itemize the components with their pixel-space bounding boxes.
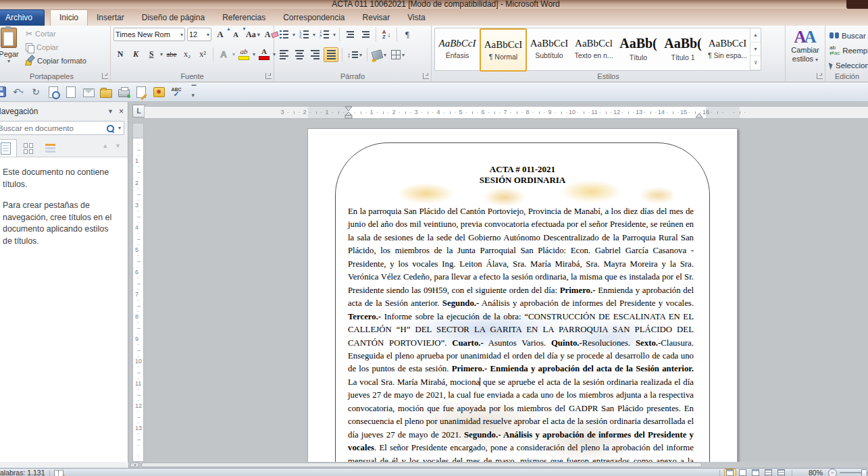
font-size-select[interactable]: 12▾ <box>187 28 211 41</box>
nav-close-icon[interactable]: × <box>119 107 124 116</box>
align-left-button[interactable] <box>277 48 290 61</box>
style-sin-espa[interactable]: AaBbCcI¶ Sin espa... <box>705 28 750 69</box>
style-énfasis[interactable]: AaBbCcIÉnfasis <box>435 28 480 69</box>
undo-button[interactable]: ↶▾ <box>12 86 24 98</box>
ribbon-tab-archivo[interactable]: Archivo <box>0 9 45 26</box>
search-options-icon[interactable]: ▾ <box>118 125 121 131</box>
font-color-button[interactable]: A <box>257 47 271 61</box>
font-dialog-launcher[interactable] <box>265 73 272 79</box>
style-texto-en-n[interactable]: AaBbCclTexto en n... <box>571 28 616 69</box>
copy-button[interactable]: Copiar <box>26 42 86 53</box>
draft-view-button[interactable] <box>775 469 788 476</box>
zoom-out-button[interactable]: − <box>828 469 837 476</box>
justify-button[interactable] <box>324 47 338 62</box>
italic-button[interactable]: K <box>129 47 143 61</box>
strikethrough-button[interactable]: abe <box>165 47 178 61</box>
find-button[interactable]: Buscar▾ <box>829 30 868 42</box>
gallery-more-icon[interactable]: ⊽ <box>750 56 761 70</box>
nav-tab-results[interactable] <box>39 139 61 158</box>
zoom-level[interactable]: 80% <box>809 469 823 476</box>
style-subtítulo[interactable]: AaBbCcISubtítulo <box>527 28 571 69</box>
superscript-button[interactable]: x² <box>196 47 209 61</box>
numbering-button[interactable]: 123 <box>297 28 311 41</box>
print-preview-button[interactable] <box>47 86 59 98</box>
web-layout-view-button[interactable] <box>750 469 762 476</box>
show-formatting-button[interactable]: ¶ <box>401 28 414 41</box>
indent-marker[interactable] <box>344 106 353 119</box>
change-styles-button[interactable]: AA Cambiar estilos ▾ <box>786 28 825 64</box>
horizontal-scrollbar[interactable]: ◂ <box>129 462 868 468</box>
change-case-button[interactable]: Aa▾ <box>245 28 261 41</box>
style-normal[interactable]: AaBbCcI¶ Normal <box>480 28 527 72</box>
email-button[interactable] <box>82 86 95 98</box>
fullscreen-view-button[interactable] <box>737 469 749 476</box>
multilevel-list-button[interactable]: 1ai <box>317 28 331 41</box>
font-family-select[interactable]: Times New Rom▾ <box>113 28 185 41</box>
sort-button[interactable]: AZ↓ <box>380 28 393 41</box>
proofing-status-icon[interactable] <box>54 470 63 476</box>
subscript-button[interactable]: x₂ <box>180 47 194 61</box>
line-spacing-button[interactable]: ↕▾ <box>346 48 363 61</box>
nav-tab-pages[interactable] <box>17 139 39 158</box>
align-right-button[interactable] <box>308 48 322 61</box>
window-controls[interactable] <box>846 0 868 9</box>
paragraph-dialog-launcher[interactable] <box>423 73 429 79</box>
spelling-button[interactable]: ABC✓ <box>170 86 182 98</box>
v-ruler[interactable]: 12345678910111213·–··–··–··–··–··–··–··–… <box>132 123 144 462</box>
replace-button[interactable]: ab⇄acReemplazar <box>829 45 868 57</box>
styles-dialog-launcher[interactable] <box>817 73 823 79</box>
save-button[interactable] <box>0 86 7 98</box>
increase-indent-button[interactable] <box>359 28 372 41</box>
text-effects-button[interactable]: A <box>217 47 230 61</box>
horizontal-scroll-thumb[interactable] <box>141 462 702 467</box>
scroll-left-icon[interactable]: ◂ <box>130 462 139 467</box>
ribbon-tab-insertar[interactable]: Insertar <box>88 10 133 26</box>
h-ruler[interactable]: 32112345678910111213141516··············… <box>144 106 868 119</box>
paste-button[interactable]: Pegar ▾ <box>0 28 23 71</box>
style-título[interactable]: AaBb(Título <box>616 28 661 69</box>
ribbon-tab-referencias[interactable]: Referencias <box>213 10 274 26</box>
shrink-font-button[interactable]: A▼ <box>229 28 242 41</box>
shading-button[interactable]: ▾ <box>371 48 388 61</box>
new-document-button[interactable] <box>65 86 77 98</box>
edit-button[interactable] <box>135 86 147 98</box>
align-center-button[interactable] <box>292 48 306 61</box>
grow-font-button[interactable]: A▲ <box>213 28 227 41</box>
open-button[interactable] <box>100 86 112 98</box>
document-paragraph[interactable]: En la parroquia San Plácido del Cantón P… <box>348 205 694 462</box>
print-layout-view-button[interactable] <box>724 469 736 476</box>
ribbon-tab-diseño-de-página[interactable]: Diseño de página <box>133 10 213 26</box>
outline-view-button[interactable] <box>763 469 775 476</box>
underline-menu[interactable]: ▾ <box>160 51 163 57</box>
bullets-button[interactable] <box>277 28 290 41</box>
zoom-slider-thumb[interactable] <box>861 469 867 476</box>
ribbon-tab-vista[interactable]: Vista <box>399 10 434 26</box>
macro-button[interactable]: ✱ <box>153 86 165 98</box>
bold-button[interactable]: N <box>113 47 127 61</box>
underline-button[interactable]: S <box>145 47 158 61</box>
redo-button[interactable]: ↻ <box>30 86 42 98</box>
right-indent-marker[interactable] <box>695 113 703 119</box>
highlight-menu[interactable]: ▾ <box>253 51 255 57</box>
nav-next-icon[interactable]: ▼ <box>115 142 121 149</box>
cut-button[interactable]: ✂ Cortar <box>26 28 86 39</box>
word-count[interactable]: Palabras: 1.131 <box>0 469 45 476</box>
decrease-indent-button[interactable] <box>343 28 357 41</box>
highlight-button[interactable]: ab <box>237 47 251 61</box>
clipboard-dialog-launcher[interactable] <box>102 73 108 79</box>
document-page[interactable]: ACTA # 011-2021 SESIÓN ORDINARIA En la p… <box>307 128 738 462</box>
ribbon-tab-inicio[interactable]: Inicio <box>50 9 88 26</box>
nav-search-input[interactable] <box>0 124 106 132</box>
quick-print-button[interactable] <box>118 86 130 98</box>
ribbon-tab-revisar[interactable]: Revisar <box>354 10 399 26</box>
nav-prev-icon[interactable]: ▲ <box>102 142 108 149</box>
nav-tab-headings[interactable] <box>0 139 17 158</box>
format-painter-button[interactable]: Copiar formato <box>26 55 86 66</box>
select-button[interactable]: Seleccionar <box>829 59 868 72</box>
gallery-down-icon[interactable]: ▼ <box>750 43 761 57</box>
style-título-1[interactable]: AaBb(Título 1 <box>661 28 705 69</box>
ribbon-tab-correspondencia[interactable]: Correspondencia <box>274 10 353 26</box>
borders-button[interactable]: ▾ <box>390 48 406 61</box>
nav-menu-icon[interactable]: ▼ <box>107 108 113 115</box>
gallery-up-icon[interactable]: ▲ <box>750 28 761 43</box>
